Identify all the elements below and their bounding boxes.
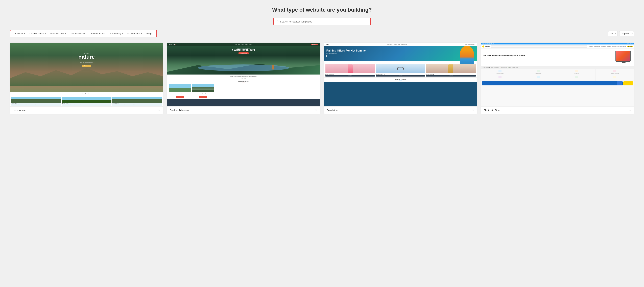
- bs-logo-3: LOGOIPSUM: [396, 62, 402, 62]
- estore-preview: 24/7 Customer Service 1-800-334-5876 Shi…: [481, 43, 634, 106]
- bs-hero: Raining Offers For Hot Summer! 25% Off O…: [324, 46, 477, 60]
- bs-featured-line: [399, 80, 402, 81]
- es-trust-bar: 🚚 Free Shipping 📞 We are available 24/7 …: [481, 66, 634, 69]
- es-cat-icon-ac: [498, 70, 502, 72]
- es-search-box[interactable]: [491, 45, 587, 48]
- search-box: [274, 18, 371, 25]
- ln-service-desc-1: How we can help and benefit your use. Us…: [12, 104, 60, 105]
- es-cat-icon-smart: [613, 76, 616, 78]
- es-cat-gadgets[interactable]: GADGETS: [558, 69, 596, 75]
- template-card-love-nature[interactable]: we all love nature Look deep into nature…: [10, 43, 163, 114]
- es-categories: AIR CONDITIONER AUDIO & VIDEO GADGETS HO…: [481, 69, 634, 75]
- bs-product-label-3: Let's Lorem Suit Up!: [426, 74, 476, 75]
- oa-hike-learn-more[interactable]: LEARN MORE: [199, 96, 207, 98]
- template-card-brandstore[interactable]: DNK EVERYTHING WOMEN MEN ACCESSORIES ABO…: [324, 43, 477, 114]
- es-tv-stand: [622, 62, 626, 63]
- electronic-store-favorite[interactable]: ♡: [629, 108, 631, 112]
- electronic-store-name: Electronic Store: [484, 109, 500, 112]
- oa-logo: OUTDOOR✦: [169, 44, 176, 45]
- es-logo-text: trenmart: [485, 46, 490, 47]
- es-cat-refrigerator[interactable]: REFRIGERATOR: [558, 75, 596, 80]
- es-cat-icon-fridge: [575, 76, 578, 78]
- es-promo-text: The only case you need.: [483, 82, 622, 84]
- bs-logo: DNK: [326, 44, 329, 45]
- es-cat-icon-gadgets: [575, 70, 578, 72]
- oa-learn-more-btn[interactable]: LEARN MORE: [238, 52, 248, 54]
- sort-select[interactable]: Popular: [619, 31, 634, 36]
- es-tv: [616, 51, 630, 62]
- filter-tab-community[interactable]: Community ▾: [108, 32, 125, 36]
- es-cat-icon-home: [613, 70, 616, 72]
- es-cat-smart-home[interactable]: SMART HOME: [596, 75, 634, 80]
- es-cat-pcs[interactable]: PCS & LAPTOP: [519, 75, 558, 80]
- bs-contact-us: CONTACT US: [468, 44, 474, 45]
- es-hero-sub: So sit aute qui nostrud exercitation ull…: [483, 58, 614, 59]
- template-card-electronic-store[interactable]: 24/7 Customer Service 1-800-334-5876 Shi…: [481, 43, 634, 114]
- template-card-outdoor-adventure[interactable]: OUTDOOR✦ Home About Gallery Projects Con…: [167, 43, 320, 114]
- brandstore-name: Brandstore: [327, 109, 338, 112]
- es-cat-kitchen[interactable]: KITCHEN APPLIANCES: [481, 75, 519, 80]
- search-input[interactable]: [280, 20, 368, 23]
- filter-select-wrapper: All: [608, 31, 618, 36]
- bs-shop-btn-2[interactable]: SHOP NOW: [376, 75, 425, 76]
- filter-tab-blog[interactable]: Blog ▾: [144, 32, 154, 36]
- oa-event-sub-hike: Fuerat aecu carentem habentia spectent f…: [192, 94, 214, 94]
- es-logo-icon: [482, 46, 484, 48]
- bs-logo-2: LOGOINUSSR: [364, 62, 372, 62]
- filter-tab-local-business[interactable]: Local Business ▾: [28, 32, 48, 36]
- filter-tab-personal-sites[interactable]: Personal Sites ▾: [88, 32, 108, 36]
- oa-take-action-btn[interactable]: TAKE ACTION: [311, 44, 318, 45]
- es-cat-av[interactable]: AUDIO & VIDEO: [519, 69, 558, 75]
- bs-find-more-btn[interactable]: FIND MORE: [335, 55, 342, 57]
- bs-nav-accessories: ACCESSORIES: [401, 44, 407, 45]
- filter-tab-ecommerce[interactable]: E-Commerce ▾: [126, 32, 144, 36]
- chevron-down-icon: ▾: [152, 33, 152, 34]
- es-free-shipping: 🚚 Free Shipping: [482, 67, 489, 68]
- es-tv-screen: [616, 51, 630, 61]
- filter-all-select[interactable]: All: [608, 31, 618, 36]
- oa-event-sub-camp: Fuerat aecu carentem habentia spectent f…: [169, 94, 191, 94]
- bs-shop-btn-1[interactable]: SHOP NOW: [326, 75, 375, 76]
- search-container: [10, 18, 634, 25]
- ln-service-text-1: Web Design How we can help and benefit y…: [12, 103, 61, 106]
- oa-camp-learn-more[interactable]: LEARN MORE: [176, 96, 184, 98]
- es-topbar-shipping: Shipping & Returns: [627, 43, 632, 44]
- ln-service-web-design: Web Design How we can help and benefit y…: [12, 97, 61, 106]
- oa-event-img-camp: [169, 84, 191, 92]
- es-cat-ac[interactable]: AIR CONDITIONER: [481, 69, 519, 75]
- es-promo-row: The only case you need. BRAND DAY Get 30…: [481, 81, 634, 86]
- bs-featured-title: Featured Products: [326, 78, 476, 80]
- oa-events: UPCOMING EVENTS Everest Camp Trek Fuerat…: [167, 80, 320, 99]
- es-nav-all-products: All products: [588, 46, 593, 47]
- filter-tab-personal-care[interactable]: Personal Care ▾: [48, 32, 68, 36]
- es-nav-today: Today's deal: [617, 46, 622, 47]
- es-promo-discount: BRAND DAY Get 30% OFF: [623, 82, 633, 86]
- bs-about: ABOUT: [464, 44, 468, 45]
- ln-services-title: Our Services: [12, 93, 162, 95]
- filter-tab-professionals[interactable]: Professionals ▾: [68, 32, 87, 36]
- es-cat-icon-pc: [537, 76, 540, 78]
- es-hero-link[interactable]: Shop Now: [483, 59, 614, 60]
- brandstore-favorite[interactable]: ♡: [472, 108, 474, 112]
- es-cat-icon-av: [537, 70, 540, 72]
- es-cat-home-appliances[interactable]: HOME APPLIANCES: [596, 69, 634, 75]
- bs-navbar: DNK EVERYTHING WOMEN MEN ACCESSORIES ABO…: [324, 43, 477, 46]
- oa-hero-text: Explore The Colourful World A WONDERFUL …: [167, 48, 320, 54]
- bs-featured-section: Featured Products: [324, 77, 477, 82]
- bs-nav-women: WOMEN: [394, 44, 397, 45]
- ln-hero-big: nature: [10, 54, 163, 60]
- outdoor-adventure-favorite[interactable]: ♡: [315, 108, 318, 112]
- filter-tab-business[interactable]: Business ▾: [12, 32, 27, 36]
- ln-service-name-1: Web Design: [12, 103, 60, 104]
- love-nature-favorite[interactable]: ♡: [158, 108, 160, 112]
- ln-cta-button[interactable]: Get Started: [82, 64, 91, 67]
- ln-service-name-3: Content Creation: [112, 103, 161, 104]
- es-promo-case: The only case you need.: [482, 82, 623, 86]
- ln-service-img-1: [12, 97, 61, 103]
- oa-nav-gallery: Gallery: [241, 44, 244, 45]
- es-satisfied: 👍 Satisfied or return: [500, 67, 508, 68]
- bs-shop-now-btn[interactable]: SHOP NOW: [326, 55, 334, 57]
- oa-hero-lake: [198, 64, 290, 71]
- bs-shop-btn-3[interactable]: CHECK OUT: [426, 75, 476, 76]
- es-promo-img: [617, 82, 622, 86]
